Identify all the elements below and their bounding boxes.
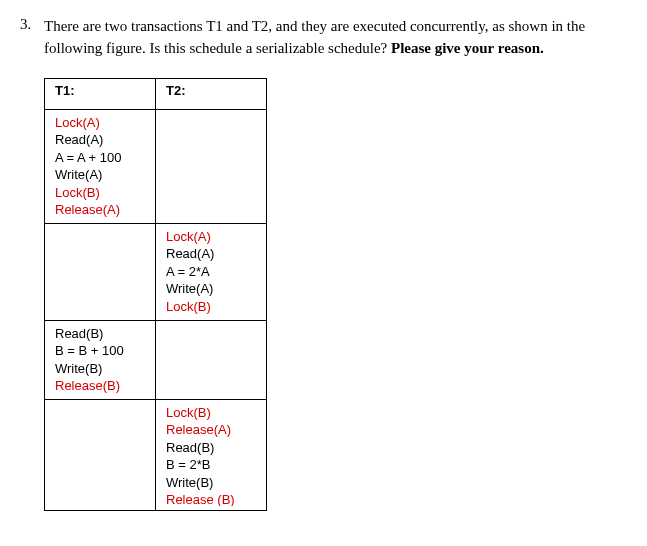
table-row: Lock(B)Release(A)Read(B)B = 2*BWrite(B)R… (45, 399, 267, 510)
question-text-bold: Please give your reason. (391, 40, 544, 56)
operation: Write(A) (166, 280, 256, 298)
table-row: Read(B)B = B + 100Write(B)Release(B) (45, 320, 267, 399)
header-t2: T2: (156, 78, 267, 109)
cell-t2-step3 (156, 320, 267, 399)
operation: Lock(A) (55, 114, 145, 132)
cell-t2-step2: Lock(A)Read(A)A = 2*AWrite(A)Lock(B) (156, 223, 267, 320)
operation: Read(B) (166, 439, 256, 457)
operation: B = B + 100 (55, 342, 145, 360)
ops-list: Lock(A)Read(A)A = A + 100Write(A)Lock(B)… (55, 114, 145, 219)
table-row: Lock(A)Read(A)A = A + 100Write(A)Lock(B)… (45, 109, 267, 223)
operation: A = A + 100 (55, 149, 145, 167)
cell-t1-step2 (45, 223, 156, 320)
operation: Lock(A) (166, 228, 256, 246)
operation: Read(A) (166, 245, 256, 263)
cell-t2-step4: Lock(B)Release(A)Read(B)B = 2*BWrite(B)R… (156, 399, 267, 510)
operation: Lock(B) (166, 404, 256, 422)
header-t1: T1: (45, 78, 156, 109)
operation: Lock(B) (55, 184, 145, 202)
operation: Lock(B) (166, 298, 256, 316)
cell-t2-step1 (156, 109, 267, 223)
cell-t1-step4 (45, 399, 156, 510)
table-row: Lock(A)Read(A)A = 2*AWrite(A)Lock(B) (45, 223, 267, 320)
operation: Write(A) (55, 166, 145, 184)
operation: Release(B) (55, 377, 145, 395)
operation: Release(A) (166, 421, 256, 439)
operation: Read(B) (55, 325, 145, 343)
ops-list: Lock(A)Read(A)A = 2*AWrite(A)Lock(B) (166, 228, 256, 316)
ops-list: Read(B)B = B + 100Write(B)Release(B) (55, 325, 145, 395)
operation: B = 2*B (166, 456, 256, 474)
operation: Release (B) (166, 491, 256, 505)
operation: Release(A) (55, 201, 145, 219)
ops-list: Lock(B)Release(A)Read(B)B = 2*BWrite(B)R… (166, 404, 256, 506)
operation: Write(B) (55, 360, 145, 378)
question-block: 3. There are two transactions T1 and T2,… (20, 16, 627, 60)
table-header-row: T1: T2: (45, 78, 267, 109)
cell-t1-step1: Lock(A)Read(A)A = A + 100Write(A)Lock(B)… (45, 109, 156, 223)
operation: Read(A) (55, 131, 145, 149)
cell-t1-step3: Read(B)B = B + 100Write(B)Release(B) (45, 320, 156, 399)
question-text: There are two transactions T1 and T2, an… (44, 16, 627, 60)
operation: Write(B) (166, 474, 256, 492)
schedule-table: T1: T2: Lock(A)Read(A)A = A + 100Write(A… (44, 78, 267, 511)
operation: A = 2*A (166, 263, 256, 281)
question-number: 3. (20, 16, 44, 33)
